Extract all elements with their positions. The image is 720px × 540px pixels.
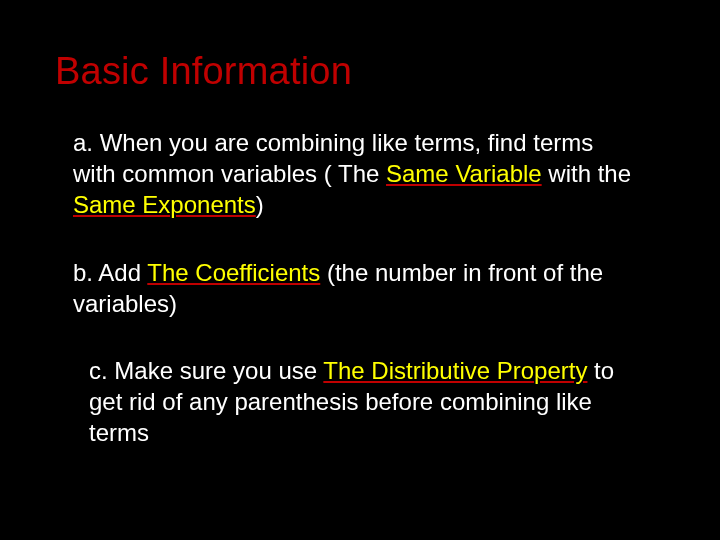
point-b-highlight-1: The Coefficients <box>147 259 320 286</box>
point-b: b. Add The Coefficients (the number in f… <box>73 257 633 319</box>
slide-title: Basic Information <box>55 50 665 93</box>
point-c-highlight-1: The Distributive Property <box>323 357 587 384</box>
point-a-text-2: with the <box>542 160 631 187</box>
point-a-text-3: ) <box>256 191 264 218</box>
point-a: a. When you are combining like terms, fi… <box>73 127 633 221</box>
slide: Basic Information a. When you are combin… <box>0 0 720 540</box>
point-a-highlight-1: Same Variable <box>386 160 542 187</box>
point-b-text-1: b. Add <box>73 259 147 286</box>
point-c-text-1: c. Make sure you use <box>89 357 323 384</box>
point-a-highlight-2: Same Exponents <box>73 191 256 218</box>
point-c: c. Make sure you use The Distributive Pr… <box>89 355 649 449</box>
